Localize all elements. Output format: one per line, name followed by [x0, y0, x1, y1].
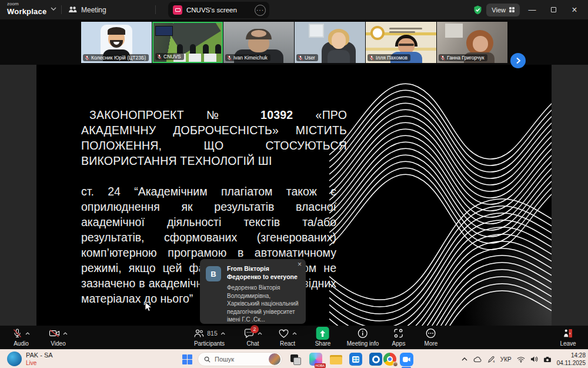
logo-zoom-text: zoom — [7, 2, 46, 6]
store-icon — [349, 353, 362, 366]
video-tile-pakhomov[interactable]: Ілля Пахомов — [366, 22, 436, 63]
onedrive-cloud-icon[interactable] — [473, 356, 482, 363]
slide-title-bill-number: 10392 — [260, 108, 293, 121]
chat-notification-popup[interactable]: × B From Вікторія Федоренко to everyone … — [200, 259, 306, 324]
participants-icon — [193, 329, 204, 339]
tab-options-ellipsis-icon[interactable]: ··· — [255, 5, 266, 16]
zoom-app-icon — [400, 353, 413, 366]
view-grid-icon — [509, 7, 514, 12]
view-label: View — [492, 6, 506, 14]
view-button[interactable]: View — [486, 4, 520, 16]
popup-close-icon[interactable]: × — [298, 261, 302, 268]
participants-count: 815 — [207, 330, 218, 337]
divider — [61, 5, 62, 14]
shared-screen-tab-label: CNUVS's screen — [186, 6, 250, 14]
next-page-videos-button[interactable] — [510, 53, 526, 68]
close-button[interactable]: × — [566, 2, 583, 18]
react-label: React — [280, 340, 295, 347]
time: 14:28 — [557, 352, 586, 359]
meeting-toolbar: Audio Video 815 Participants 2 — [0, 326, 588, 349]
react-options-chevron-icon[interactable] — [292, 332, 297, 335]
taskbar-search[interactable]: Пошук — [198, 352, 282, 366]
heart-react-icon — [278, 329, 289, 339]
search-icon — [204, 356, 211, 363]
participant-name: Ілля Пахомов — [376, 55, 407, 61]
participant-name-tag: CNUVS — [155, 53, 184, 60]
copilot-button[interactable]: НОВА — [309, 353, 323, 366]
muted-mic-icon — [227, 55, 232, 61]
share-button[interactable]: Share — [315, 327, 331, 347]
apps-label: Apps — [392, 340, 406, 347]
video-tile-kolesnyk[interactable]: Колесник Юрій (ЦТ23Б) — [81, 22, 152, 63]
cricket-widget-icon — [7, 352, 22, 366]
logo-workplace-text: Workplace — [7, 7, 46, 16]
video-tile-cnuvs-active-speaker[interactable]: CNUVS — [152, 22, 223, 63]
participants-options-chevron-icon[interactable] — [220, 332, 225, 335]
speaker-icon[interactable] — [530, 356, 538, 363]
participant-name: Ivan Kimeichuk — [233, 55, 268, 61]
wifi-icon[interactable] — [517, 356, 525, 363]
taskbar-widget-sports[interactable]: PAK - SA Live — [7, 352, 53, 366]
chevron-down-icon[interactable] — [51, 7, 56, 11]
chat-unread-badge: 2 — [250, 325, 259, 333]
video-button[interactable]: Video — [49, 327, 68, 347]
participant-name: CNUVS — [163, 54, 181, 59]
tab-shared-screen[interactable]: CNUVS's screen ··· — [168, 2, 269, 18]
video-tile-kimeichuk[interactable]: Ivan Kimeichuk — [223, 22, 294, 63]
wave-lines-decoration — [329, 65, 552, 326]
audio-options-chevron-icon[interactable] — [25, 332, 30, 335]
video-tile-user[interactable]: User — [295, 22, 365, 63]
task-view-button[interactable] — [289, 353, 303, 366]
chrome-button[interactable] — [383, 353, 397, 366]
system-tray: 4 УКР 14:28 04.11.2025 — [462, 350, 586, 368]
video-options-chevron-icon[interactable] — [63, 332, 68, 335]
sender-avatar: B — [206, 266, 221, 281]
participants-button[interactable]: 815 Participants — [193, 327, 225, 347]
tab-meeting[interactable]: Meeting — [68, 0, 106, 19]
leave-label: Leave — [560, 340, 576, 347]
chat-button[interactable]: 2 Chat — [243, 327, 262, 347]
share-label: Share — [315, 340, 331, 347]
more-label: More — [425, 340, 438, 347]
more-ellipsis-icon — [426, 328, 436, 339]
more-button[interactable]: More — [425, 327, 438, 347]
zoom-workplace-logo: zoom Workplace — [7, 2, 46, 16]
security-shield-icon[interactable] — [473, 5, 483, 15]
stopped-video-icon — [49, 329, 60, 338]
muted-mic-icon — [440, 55, 445, 61]
video-tile-hryhorchuk[interactable]: Ганна Григорчук — [437, 22, 507, 63]
audio-button[interactable]: Audio — [12, 327, 30, 347]
mouse-cursor — [145, 301, 152, 312]
leave-button[interactable]: Leave — [560, 327, 576, 347]
camera-device-icon[interactable] — [543, 356, 552, 363]
apps-button[interactable]: Apps — [392, 327, 406, 347]
chevron-right-icon — [516, 57, 521, 64]
start-button[interactable] — [182, 354, 192, 364]
microsoft-store-button[interactable] — [349, 353, 363, 366]
file-explorer-button[interactable] — [329, 353, 343, 366]
meeting-info-label: Meeting info — [347, 340, 379, 347]
pen-input-icon[interactable]: 4 — [487, 356, 495, 363]
tray-chevron-up-icon[interactable] — [462, 357, 467, 361]
screen-share-icon — [173, 5, 182, 15]
zoom-app-button[interactable] — [400, 353, 413, 366]
keyboard-language-indicator[interactable]: УКР — [500, 356, 512, 363]
maximize-button[interactable] — [544, 2, 562, 18]
video-strip: Колесник Юрій (ЦТ23Б) CNUVS Ivan Kimeich… — [0, 19, 588, 65]
participant-name: Колесник Юрій (ЦТ23Б) — [91, 55, 146, 61]
zoom-meeting-window: zoom Workplace Meeting CNUVS's screen ··… — [0, 0, 588, 368]
bing-daily-image-icon[interactable] — [269, 353, 280, 365]
minimize-button[interactable]: — — [523, 2, 541, 18]
chat-options-chevron-icon[interactable] — [258, 332, 262, 335]
outlook-button[interactable] — [369, 353, 383, 366]
participant-name: Ганна Григорчук — [447, 55, 485, 61]
meeting-info-button[interactable]: Meeting info — [347, 327, 379, 347]
widget-match-title: PAK - SA — [26, 352, 53, 359]
muted-mic-icon — [85, 55, 89, 61]
taskbar-clock[interactable]: 14:28 04.11.2025 — [557, 352, 586, 367]
windows-taskbar: PAK - SA Live Пошук НОВА — [0, 349, 588, 368]
widget-live-status: Live — [26, 360, 53, 366]
participant-name-tag: Ілля Пахомов — [368, 54, 410, 61]
react-button[interactable]: React — [278, 327, 297, 347]
search-placeholder: Пошук — [215, 356, 265, 363]
